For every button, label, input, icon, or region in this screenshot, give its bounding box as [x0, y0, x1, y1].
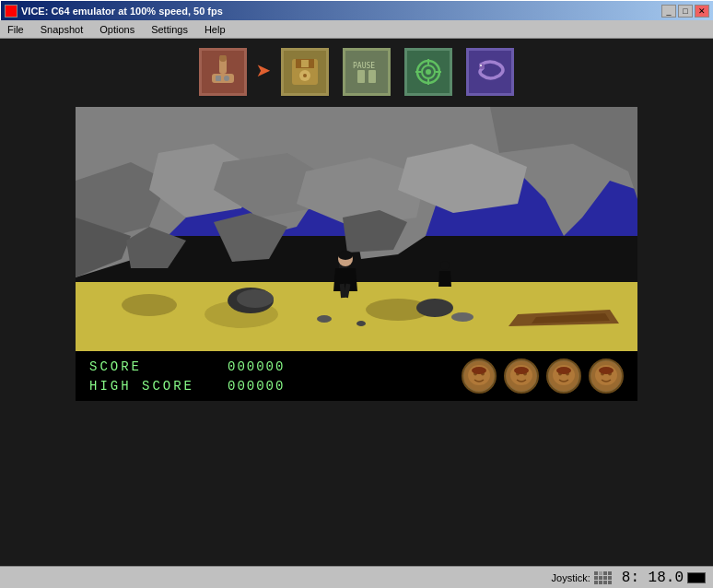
- speed-text: 8: 18.0: [622, 570, 684, 586]
- joystick-grid-icon: [594, 571, 613, 584]
- title-bar: VICE: C64 emulator at 100% speed, 50 fps…: [0, 0, 713, 20]
- joystick-label: Joystick:: [552, 572, 590, 583]
- svg-rect-84: [608, 576, 612, 580]
- drive-button[interactable]: [281, 48, 329, 96]
- disk-icon: [288, 55, 321, 88]
- game-canvas: [76, 107, 637, 351]
- life-4: [589, 359, 624, 394]
- svg-point-41: [237, 289, 274, 308]
- maximize-button[interactable]: □: [678, 5, 693, 18]
- svg-point-50: [338, 251, 353, 260]
- svg-point-42: [416, 299, 453, 317]
- menu-help[interactable]: Help: [201, 22, 229, 37]
- joystick-indicator: Joystick:: [552, 571, 613, 584]
- svg-rect-81: [594, 576, 598, 580]
- high-score-value: 000000: [228, 379, 285, 394]
- svg-rect-87: [603, 581, 607, 584]
- options-button[interactable]: [404, 48, 452, 96]
- life-1: [462, 359, 497, 394]
- svg-marker-56: [438, 271, 451, 287]
- main-content: ➤ PAUSE: [0, 39, 713, 566]
- menu-snapshot[interactable]: Snapshot: [37, 22, 87, 37]
- svg-point-21: [480, 65, 482, 66]
- title-buttons: _ □ ✕: [661, 5, 709, 18]
- svg-point-71: [556, 367, 571, 374]
- svg-rect-85: [594, 581, 598, 584]
- svg-point-45: [317, 315, 332, 323]
- speed-indicator: 8: 18.0: [622, 570, 706, 586]
- snake-icon: [473, 55, 507, 88]
- menu-settings[interactable]: Settings: [147, 22, 192, 37]
- svg-rect-9: [301, 60, 309, 67]
- game-hud: SCORE 000000 HIGH SCORE 000000: [76, 351, 637, 401]
- svg-point-15: [426, 69, 431, 75]
- svg-rect-2: [212, 74, 234, 83]
- toolbar: ➤ PAUSE: [199, 48, 514, 96]
- svg-rect-11: [357, 70, 365, 83]
- svg-point-37: [122, 294, 177, 316]
- menu-file[interactable]: File: [4, 22, 28, 37]
- svg-point-76: [599, 367, 614, 374]
- arrow-icon: ➤: [256, 56, 272, 88]
- menu-bar: File Snapshot Options Settings Help: [0, 20, 713, 39]
- pause-button[interactable]: PAUSE: [343, 48, 391, 96]
- svg-rect-80: [608, 571, 612, 575]
- app-icon: [5, 5, 18, 18]
- svg-point-20: [479, 64, 485, 69]
- svg-rect-3: [216, 76, 221, 81]
- svg-point-4: [224, 76, 229, 81]
- score-row: SCORE 000000: [89, 359, 285, 374]
- svg-rect-86: [599, 581, 602, 584]
- svg-point-8: [303, 74, 307, 77]
- svg-rect-78: [599, 571, 602, 575]
- svg-point-47: [451, 312, 473, 322]
- game-screen: [76, 107, 637, 351]
- svg-text:PAUSE: PAUSE: [353, 62, 375, 70]
- svg-rect-77: [594, 571, 598, 575]
- svg-point-55: [440, 261, 450, 270]
- svg-rect-82: [599, 576, 602, 580]
- title-bar-left: VICE: C64 emulator at 100% speed, 50 fps: [5, 5, 223, 18]
- high-score-row: HIGH SCORE 000000: [89, 379, 285, 394]
- life-2: [504, 359, 539, 394]
- life-3: [546, 359, 581, 394]
- svg-rect-79: [603, 571, 607, 575]
- target-icon: [412, 55, 445, 88]
- joystick-button[interactable]: [199, 48, 247, 96]
- settings-button[interactable]: [466, 48, 514, 96]
- close-button[interactable]: ✕: [695, 5, 709, 18]
- window-title: VICE: C64 emulator at 100% speed, 50 fps: [21, 6, 223, 17]
- score-value: 000000: [228, 359, 285, 374]
- menu-options[interactable]: Options: [96, 22, 138, 37]
- pause-icon: PAUSE: [350, 55, 383, 88]
- lives-section: [462, 359, 624, 394]
- svg-point-66: [514, 367, 529, 374]
- minimize-button[interactable]: _: [661, 5, 676, 18]
- svg-rect-12: [368, 70, 376, 83]
- score-section: SCORE 000000 HIGH SCORE 000000: [89, 359, 285, 394]
- status-bar: Joystick: 8: 18.0: [0, 566, 713, 588]
- svg-point-46: [356, 321, 366, 326]
- svg-rect-88: [608, 581, 612, 584]
- score-label: SCORE: [89, 359, 200, 374]
- svg-point-61: [472, 367, 486, 374]
- joystick-icon: [206, 55, 240, 88]
- speed-box: [687, 572, 706, 583]
- svg-rect-83: [603, 576, 607, 580]
- high-score-label: HIGH SCORE: [89, 379, 200, 394]
